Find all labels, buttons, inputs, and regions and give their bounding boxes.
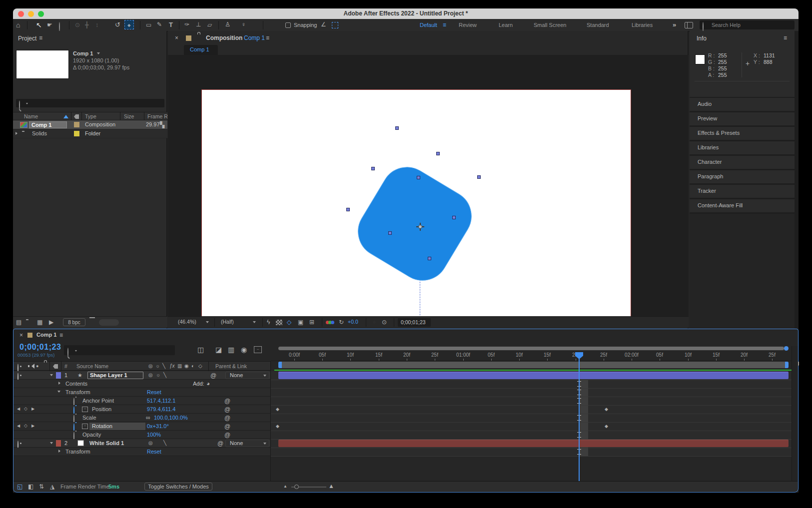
property-row-opacity[interactable]: Opacity 100% @ [13, 431, 270, 439]
scrollbar-end-cap[interactable] [784, 346, 789, 351]
viewer-area[interactable] [168, 55, 689, 316]
panel-tab-preview[interactable]: Preview [690, 112, 795, 125]
item-name-chip[interactable]: Comp 1 [29, 121, 67, 128]
column-type[interactable]: Type [85, 113, 96, 120]
help-search-box[interactable]: Search Help [700, 20, 795, 29]
render-queue-icon[interactable]: ▶ [49, 319, 53, 325]
layer-expand-icon[interactable] [50, 442, 53, 446]
quality-switch-icon[interactable]: ╲ [163, 373, 166, 378]
fx-column-icon[interactable]: ƒx [169, 364, 175, 369]
expand-contents-icon[interactable] [58, 382, 62, 385]
fast-preview-icon[interactable]: ϟ [267, 319, 270, 325]
pickwhip-icon[interactable]: @ [224, 424, 230, 430]
collapse-switch-icon[interactable]: ☼ [156, 373, 160, 378]
scale-value[interactable]: 100.0,100.0% [154, 415, 188, 421]
reset-exposure-icon[interactable]: ↻ [339, 319, 344, 325]
viewer-tab-comp1[interactable]: Comp 1 [184, 45, 218, 55]
transform-reset-link[interactable]: Reset [147, 449, 161, 455]
eraser-tool[interactable]: ▱ [207, 22, 212, 28]
info-panel-title[interactable]: Info [697, 35, 707, 42]
selection-handle[interactable] [436, 152, 440, 155]
parent-link-column[interactable]: Parent & Link [215, 363, 247, 370]
selection-handle[interactable] [477, 175, 481, 179]
position-label[interactable]: Position [92, 406, 111, 413]
zoom-in-mountain-icon[interactable]: ▲ [328, 483, 334, 489]
selection-handle[interactable] [371, 167, 375, 170]
label-color-swatch[interactable] [74, 131, 79, 136]
quality-column-icon[interactable]: ╲ [162, 364, 165, 369]
add-label[interactable]: Add: [193, 381, 204, 387]
switches-icon[interactable]: ◧ [28, 484, 33, 490]
roto-brush-tool[interactable]: ♙ [225, 21, 230, 27]
layer-label-chip[interactable] [56, 440, 61, 447]
manage-workspaces-icon[interactable] [685, 22, 693, 28]
workspace-tab-default[interactable]: Default [420, 22, 437, 28]
more-workspaces-icon[interactable]: » [673, 21, 676, 28]
preview-timecode-box[interactable]: 0;00;01;23 [398, 318, 431, 327]
resolution-caret-icon[interactable] [253, 321, 256, 325]
panel-tab-libraries[interactable]: Libraries [690, 141, 795, 154]
transform-label[interactable]: Transform [65, 449, 90, 455]
panel-tab-character[interactable]: Character [690, 156, 795, 169]
column-size[interactable]: Size [124, 113, 134, 120]
item-name-caret-icon[interactable] [97, 52, 100, 56]
project-panel-title[interactable]: Project [18, 35, 36, 42]
motion-blur-column-icon[interactable]: ◉ [184, 364, 189, 369]
puppet-pin-tool[interactable]: ♀ [241, 21, 246, 27]
expand-transform-icon[interactable] [58, 450, 62, 453]
toggle-switches-modes-button[interactable]: Toggle Switches / Modes [144, 483, 212, 491]
interpret-footage-icon[interactable]: ▤ [16, 319, 21, 325]
threed-column-icon[interactable]: ◇ [198, 364, 202, 369]
solo-column-icon[interactable]: ● [36, 364, 38, 369]
rotation-graph-icon[interactable]: ~ [82, 424, 88, 429]
composition-flowchart-icon[interactable]: ◫ [197, 346, 204, 353]
collapse-column-icon[interactable]: ☼ [155, 364, 160, 369]
selected-item-name[interactable]: Comp 1 [73, 50, 93, 57]
next-keyframe-icon[interactable]: ▶ [31, 424, 34, 428]
project-row-solids[interactable]: Solids Folder [13, 129, 167, 138]
graph-editor-icon[interactable]: ~ [254, 346, 262, 353]
magnification-caret-icon[interactable] [206, 321, 209, 325]
item-name[interactable]: Solids [32, 130, 47, 137]
add-keyframe-icon[interactable]: ◇ [24, 424, 27, 428]
property-row-anchor-point[interactable]: Anchor Point 517.4,112.1 @ [13, 397, 270, 405]
work-area-end-handle[interactable] [785, 362, 789, 368]
timeline-tab-comp1[interactable]: Comp 1 [36, 332, 56, 338]
time-ruler[interactable]: 0:00f 05f 10f 15f 20f 25f 01:00f 05f 10f… [271, 351, 792, 361]
selection-handle[interactable] [388, 231, 392, 235]
scroll-pill[interactable] [99, 319, 119, 326]
workspace-tab-libraries[interactable]: Libraries [632, 22, 653, 28]
project-panel-menu-icon[interactable]: ≡ [39, 35, 42, 41]
transform-label[interactable]: Transform [65, 389, 90, 396]
grid-guides-icon[interactable]: ⊞ [309, 319, 314, 325]
home-icon[interactable]: ⌂ [16, 21, 20, 28]
panel-tab-effects-presets[interactable]: Effects & Presets [690, 127, 795, 140]
selection-tool[interactable]: ↖ [36, 21, 42, 28]
close-timeline-icon[interactable]: × [19, 332, 23, 338]
anchor-point-value[interactable]: 517.4,112.1 [147, 398, 175, 404]
expand-layers-icon[interactable]: ◱ [17, 484, 22, 490]
rotation-keyframe[interactable]: ◆ [276, 424, 279, 429]
anchor-point-icon[interactable] [416, 223, 424, 231]
resolution-dropdown[interactable]: (Half) [221, 319, 234, 325]
new-composition-icon[interactable]: ▦ [37, 319, 42, 325]
pan-behind-tool[interactable]: ⌖ [124, 20, 134, 29]
shy-switch-icon[interactable]: ◎ [148, 373, 153, 378]
work-area-start-handle[interactable] [278, 362, 282, 368]
add-keyframe-icon[interactable]: ◇ [24, 407, 27, 411]
dolly-camera-tool[interactable]: ↕ [95, 22, 98, 28]
layer-expand-icon[interactable] [50, 374, 53, 378]
position-value[interactable]: 979.4,611.4 [147, 406, 175, 413]
pickwhip-icon[interactable]: @ [217, 441, 223, 447]
zoom-out-mountain-icon[interactable]: ▲ [283, 485, 287, 489]
position-keyframe[interactable]: ◆ [276, 407, 279, 412]
selection-handle[interactable] [452, 216, 456, 219]
pan-camera-tool[interactable]: ╋ [85, 22, 88, 28]
property-row-transform-solid[interactable]: Transform Reset [13, 448, 270, 456]
region-of-interest-icon[interactable]: ▣ [298, 319, 303, 325]
shy-column-icon[interactable]: ◎ [148, 364, 153, 369]
solid-layer-duration-bar[interactable] [278, 440, 789, 447]
timeline-menu-icon[interactable]: ≡ [59, 332, 63, 338]
motion-blur-icon[interactable]: ◉ [241, 346, 247, 353]
viewer-panel-menu-icon[interactable]: ≡ [266, 35, 269, 41]
